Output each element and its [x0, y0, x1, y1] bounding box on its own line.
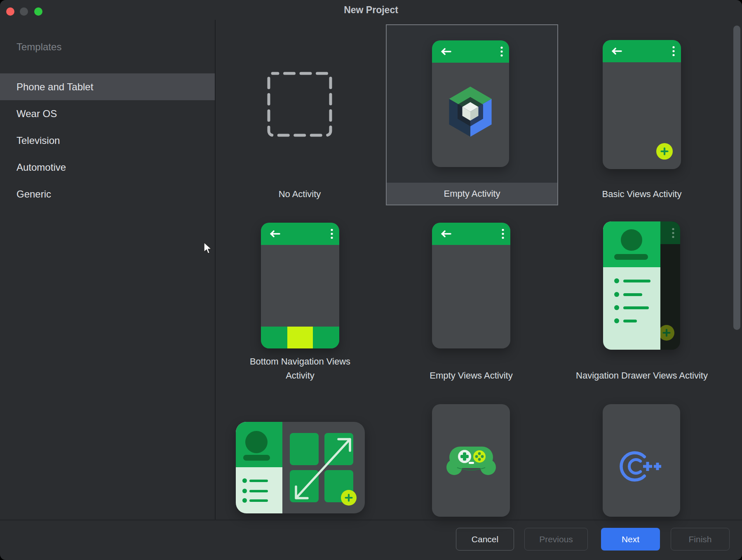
phone-preview	[603, 404, 680, 517]
scrollbar-thumb[interactable]	[733, 26, 740, 330]
sidebar-item-phone-and-tablet[interactable]: Phone and Tablet	[0, 73, 215, 100]
avatar	[621, 229, 642, 251]
template-responsive-views-activity[interactable]	[236, 422, 365, 513]
kebab-menu-icon	[502, 228, 504, 239]
sidebar-item-generic[interactable]: Generic	[0, 181, 215, 207]
template-label: Navigation Drawer Views Activity	[568, 369, 716, 383]
finish-button[interactable]: Finish	[671, 528, 730, 551]
footer-divider	[0, 520, 742, 520]
phone-preview	[432, 40, 509, 167]
phone-preview	[261, 223, 339, 348]
cpp-logo-icon	[617, 450, 662, 483]
kebab-menu-icon	[672, 228, 674, 238]
templates-header: Templates	[16, 41, 61, 53]
cancel-button[interactable]: Cancel	[456, 528, 514, 551]
sidebar-item-automotive[interactable]: Automotive	[0, 154, 215, 181]
sidebar-item-television[interactable]: Television	[0, 127, 215, 154]
nav-drawer-panel	[236, 422, 282, 513]
name-placeholder	[243, 455, 270, 461]
template-label: Bottom Navigation Views Activity	[238, 355, 362, 383]
back-arrow-icon	[611, 47, 622, 55]
fab-plus-icon	[659, 325, 674, 341]
template-label: Basic Views Activity	[568, 187, 716, 201]
app-bar	[432, 223, 510, 245]
phone-preview	[603, 221, 680, 350]
sidebar-item-wear-os[interactable]: Wear OS	[0, 100, 215, 127]
app-bar	[603, 40, 681, 62]
avatar	[245, 431, 268, 453]
bottom-nav-bar	[261, 327, 339, 348]
sidebar-divider	[215, 20, 216, 520]
phone-preview	[432, 223, 510, 348]
jetpack-compose-logo	[446, 87, 494, 139]
previous-button[interactable]: Previous	[524, 528, 588, 551]
app-bar	[432, 40, 509, 63]
game-controller-icon	[444, 444, 498, 477]
fab-plus-icon	[341, 490, 357, 506]
back-arrow-icon	[440, 230, 452, 238]
kebab-menu-icon	[672, 46, 675, 56]
template-label: No Activity	[225, 187, 374, 201]
phone-preview	[432, 404, 510, 517]
app-bar	[261, 223, 339, 245]
new-project-dialog: New Project Templates Phone and Tablet W…	[0, 0, 742, 560]
dashed-placeholder-icon	[266, 71, 333, 138]
fab-plus-icon	[656, 143, 673, 160]
template-label: Empty Activity	[387, 183, 557, 205]
titlebar: New Project	[0, 0, 742, 19]
kebab-menu-icon	[331, 228, 333, 239]
name-placeholder	[614, 254, 648, 260]
back-arrow-icon	[440, 48, 452, 55]
kebab-menu-icon	[500, 46, 503, 57]
template-empty-activity[interactable]: Empty Activity	[386, 24, 558, 205]
mouse-cursor-icon	[203, 242, 213, 255]
template-label: Empty Views Activity	[397, 369, 545, 383]
nav-drawer-panel	[603, 221, 660, 350]
bottom-nav-selected-tab	[287, 327, 313, 348]
next-button[interactable]: Next	[601, 528, 660, 551]
window-title: New Project	[0, 5, 742, 16]
phone-preview	[603, 40, 681, 169]
back-arrow-icon	[269, 230, 281, 238]
